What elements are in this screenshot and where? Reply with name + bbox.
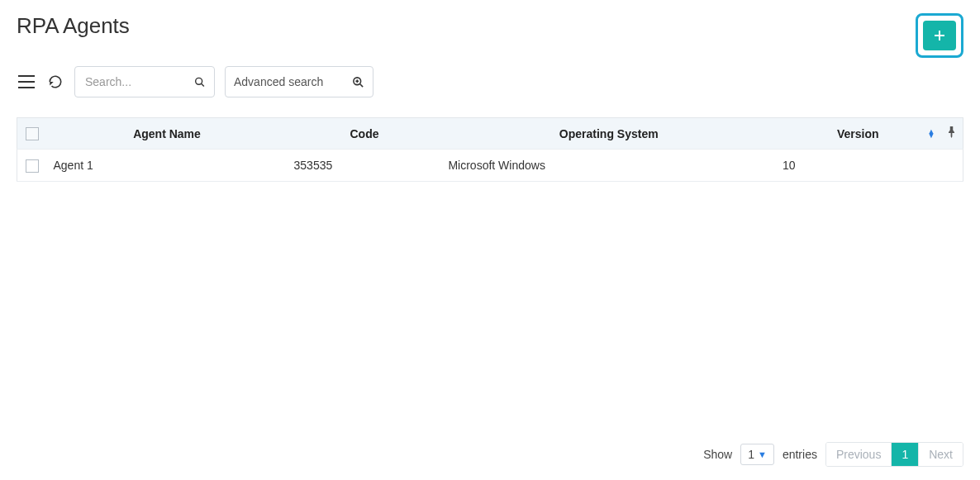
cell-code: 353535 [288,150,442,181]
sort-icon: ▲▼ [928,130,935,138]
page-title: RPA Agents [17,13,130,39]
cell-name: Agent 1 [47,150,288,181]
chevron-down-icon: ▼ [758,449,767,459]
pagination: Previous 1 Next [825,442,963,467]
search-input[interactable] [83,74,194,89]
hamburger-icon [18,75,35,88]
page-1-button[interactable]: 1 [891,443,918,466]
cell-pin [940,150,963,181]
agents-table: Agent Name Code Operating System Version… [17,117,963,182]
column-header-os[interactable]: Operating System [441,118,776,150]
svg-rect-1 [935,35,944,36]
page-size-value: 1 [748,448,754,461]
column-header-code[interactable]: Code [288,118,442,150]
prev-page-button[interactable]: Previous [826,443,891,466]
menu-button[interactable] [17,74,36,90]
svg-rect-3 [18,81,35,83]
svg-rect-2 [18,75,35,77]
column-header-name[interactable]: Agent Name [47,118,288,150]
svg-line-8 [360,83,363,86]
search-box[interactable] [74,66,215,97]
column-header-version-label: Version [837,127,879,140]
refresh-button[interactable] [46,73,64,91]
cell-version: 10 [776,150,940,181]
add-button-highlight [916,13,963,58]
column-header-version[interactable]: Version ▲▼ [776,118,940,150]
header-checkbox-cell [17,118,47,150]
advanced-search-box[interactable]: Advanced search [225,66,373,97]
entries-label: entries [783,448,817,461]
row-checkbox[interactable] [26,159,39,173]
cell-os: Microsoft Windows [441,150,776,181]
next-page-button[interactable]: Next [918,443,963,466]
pin-icon [947,126,956,138]
svg-point-5 [196,78,202,84]
svg-rect-4 [18,87,35,88]
plus-icon [934,30,945,41]
add-button[interactable] [923,21,956,50]
table-row[interactable]: Agent 1 353535 Microsoft Windows 10 [17,150,963,181]
select-all-checkbox[interactable] [26,127,39,140]
table-footer: Show 1 ▼ entries Previous 1 Next [703,442,963,467]
search-icon [194,76,206,88]
show-label: Show [703,448,732,461]
svg-line-6 [202,83,204,86]
zoom-plus-icon [352,76,364,88]
advanced-search-label: Advanced search [234,75,323,88]
refresh-icon [48,74,63,89]
page-size-select[interactable]: 1 ▼ [740,444,774,465]
column-header-pin[interactable] [940,118,963,150]
